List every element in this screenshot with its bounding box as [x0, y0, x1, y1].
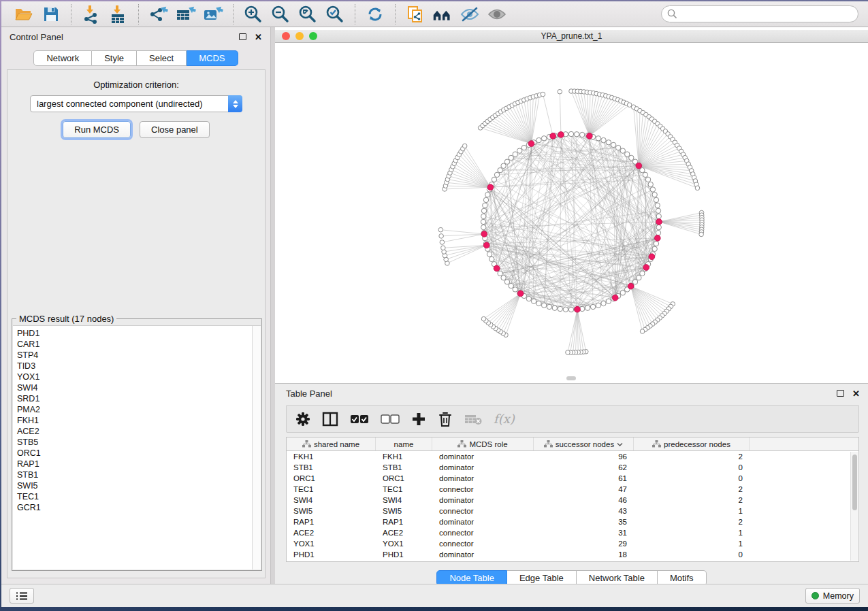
ring-node[interactable]	[656, 214, 661, 218]
ring-node[interactable]	[504, 159, 509, 164]
ring-node[interactable]	[645, 177, 650, 182]
mcds-result-item[interactable]: GCR1	[17, 502, 252, 513]
ring-node[interactable]	[509, 155, 513, 160]
leaf-node[interactable]	[541, 92, 545, 97]
ring-node[interactable]	[536, 137, 541, 142]
memory-button[interactable]: Memory	[805, 588, 860, 604]
leaf-node[interactable]	[695, 186, 700, 191]
ring-node[interactable]	[541, 136, 546, 141]
ring-node[interactable]	[563, 307, 568, 312]
ring-node[interactable]	[494, 172, 499, 177]
show-all-icon[interactable]	[487, 4, 507, 24]
mcds-hub-node[interactable]	[654, 235, 660, 242]
close-table-panel-icon[interactable]: ✕	[852, 389, 860, 398]
table-scrollbar[interactable]	[850, 452, 858, 561]
mcds-result-item[interactable]: STB1	[17, 469, 252, 480]
search-input[interactable]	[661, 5, 858, 22]
ring-node[interactable]	[596, 303, 600, 308]
ring-node[interactable]	[640, 271, 645, 276]
window-zoom-icon[interactable]	[309, 32, 317, 40]
mcds-hub-node[interactable]	[636, 163, 642, 169]
ring-node[interactable]	[552, 306, 557, 310]
table-row[interactable]: PHD1PHD1dominator180	[287, 549, 858, 560]
leaf-node[interactable]	[439, 234, 444, 239]
mcds-hub-node[interactable]	[586, 133, 592, 139]
ring-node[interactable]	[629, 155, 634, 160]
table-scrollbar-thumb[interactable]	[852, 455, 857, 510]
ring-node[interactable]	[489, 257, 494, 261]
mcds-result-item[interactable]: PMA2	[17, 404, 252, 415]
tab-style[interactable]: Style	[92, 50, 137, 66]
leaf-node[interactable]	[438, 227, 443, 232]
ring-node[interactable]	[606, 299, 611, 303]
mcds-result-item[interactable]: YOX1	[17, 371, 252, 382]
mcds-result-item[interactable]: STB5	[17, 437, 252, 448]
table-row[interactable]: FKH1FKH1dominator962	[287, 451, 858, 462]
network-window-titlebar[interactable]: YPA_prune.txt_1	[275, 30, 868, 43]
settings-gear-icon[interactable]	[295, 412, 310, 427]
column-layout-icon[interactable]	[322, 412, 338, 427]
ring-node[interactable]	[654, 241, 658, 246]
task-history-button[interactable]	[10, 588, 34, 604]
ring-node[interactable]	[498, 271, 502, 276]
mcds-hub-node[interactable]	[656, 219, 662, 225]
mcds-result-item[interactable]: TID3	[17, 361, 252, 371]
leaf-node[interactable]	[566, 350, 570, 355]
column-header-name[interactable]: name	[376, 437, 432, 450]
ring-node[interactable]	[656, 230, 660, 235]
ring-node[interactable]	[536, 301, 541, 306]
ring-node[interactable]	[606, 140, 611, 145]
mcds-hub-node[interactable]	[487, 184, 494, 191]
table-row[interactable]: SWI4SWI4dominator462	[287, 495, 858, 506]
ring-node[interactable]	[531, 299, 536, 303]
ring-node[interactable]	[637, 276, 641, 280]
table-row[interactable]: ACE2ACE2connector311	[287, 527, 858, 538]
network-graph[interactable]	[275, 44, 868, 383]
tab-mcds[interactable]: MCDS	[187, 50, 238, 66]
ring-node[interactable]	[652, 246, 657, 251]
mcds-result-item[interactable]: ACE2	[17, 426, 252, 437]
ring-node[interactable]	[579, 132, 584, 137]
mcds-hub-node[interactable]	[494, 265, 500, 271]
ring-node[interactable]	[620, 148, 625, 153]
ring-node[interactable]	[513, 287, 517, 292]
leaf-node[interactable]	[699, 232, 704, 237]
ring-node[interactable]	[568, 307, 573, 312]
mcds-hub-node[interactable]	[628, 283, 634, 289]
add-column-icon[interactable]	[411, 412, 426, 427]
mcds-hub-node[interactable]	[550, 133, 556, 139]
mcds-list-scrollbar[interactable]	[252, 326, 261, 569]
float-panel-icon[interactable]	[239, 33, 246, 40]
delete-column-icon[interactable]	[438, 411, 453, 427]
save-session-icon[interactable]	[41, 4, 61, 24]
ring-node[interactable]	[498, 167, 502, 172]
first-neighbors-icon[interactable]	[432, 4, 453, 24]
ring-node[interactable]	[655, 203, 660, 208]
zoom-out-icon[interactable]	[270, 4, 291, 24]
ring-node[interactable]	[574, 132, 579, 137]
ring-node[interactable]	[481, 208, 486, 213]
network-canvas[interactable]	[275, 44, 868, 383]
ring-node[interactable]	[625, 152, 630, 156]
mcds-hub-node[interactable]	[558, 131, 564, 137]
ring-node[interactable]	[611, 142, 615, 147]
open-file-icon[interactable]	[14, 4, 34, 24]
ring-node[interactable]	[521, 145, 526, 150]
column-header-predecessor-nodes[interactable]: predecessor nodes	[634, 437, 750, 450]
ring-node[interactable]	[620, 291, 625, 295]
mcds-hub-node[interactable]	[528, 141, 534, 147]
leaf-node[interactable]	[640, 329, 645, 334]
refresh-view-icon[interactable]	[365, 4, 385, 24]
ring-node[interactable]	[541, 303, 546, 308]
ring-node[interactable]	[650, 187, 655, 192]
leaf-node[interactable]	[441, 246, 446, 250]
tab-select[interactable]: Select	[137, 50, 187, 66]
ring-node[interactable]	[487, 252, 492, 257]
zoom-in-icon[interactable]	[243, 4, 263, 24]
ring-node[interactable]	[615, 145, 620, 150]
leaf-node[interactable]	[558, 89, 562, 94]
ring-node[interactable]	[568, 131, 573, 136]
ring-node[interactable]	[585, 306, 590, 310]
ring-node[interactable]	[501, 163, 506, 168]
table-row[interactable]: SWI5SWI5connector431	[287, 506, 858, 516]
